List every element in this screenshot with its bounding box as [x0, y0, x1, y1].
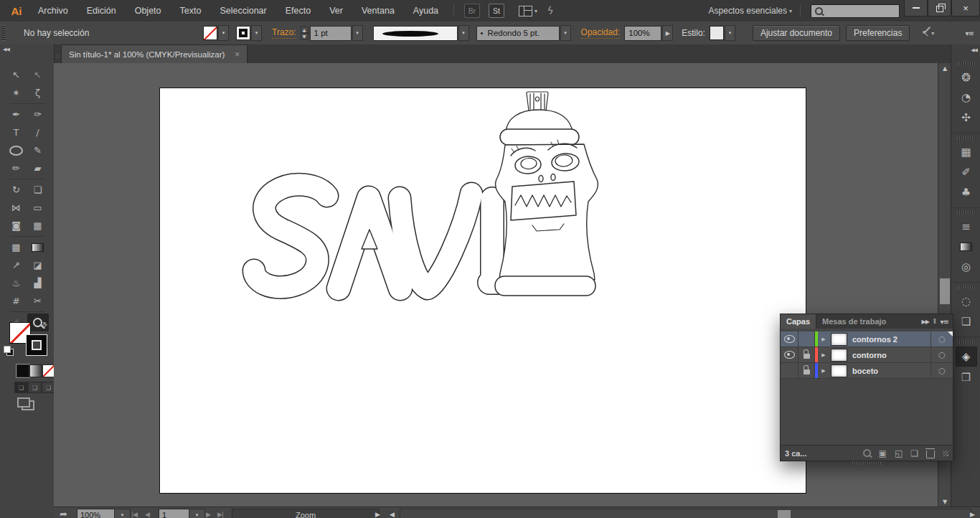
clipping-mask-icon[interactable]: ▣	[879, 448, 887, 458]
last-artboard-icon[interactable]: ▶|	[217, 509, 223, 518]
free-transform-tool[interactable]: ▭	[27, 199, 49, 217]
menu-ver[interactable]: Ver	[320, 0, 352, 22]
menu-efecto[interactable]: Efecto	[276, 0, 320, 22]
search-box[interactable]	[811, 4, 900, 18]
draw-normal-button[interactable]: ❏	[14, 382, 28, 393]
menu-texto[interactable]: Texto	[171, 0, 211, 22]
menu-seleccionar[interactable]: Seleccionar	[210, 0, 275, 22]
zoom-level-field[interactable]: 100%	[77, 509, 120, 518]
opacity-value[interactable]: 100%	[624, 26, 661, 41]
panel-menu-icon[interactable]: ▾≡	[941, 318, 948, 326]
app-logo[interactable]: Ai	[4, 5, 29, 17]
transparency-panel-icon[interactable]: ◎	[956, 258, 976, 276]
locate-object-icon[interactable]	[863, 449, 871, 457]
tab-capas[interactable]: Capas	[781, 314, 816, 329]
artboards-panel-icon[interactable]: ❒	[956, 368, 976, 387]
lock-toggle[interactable]	[798, 363, 815, 378]
stroke-dropdown-icon[interactable]: ▾	[251, 25, 262, 41]
layer-thumbnail[interactable]	[831, 364, 847, 377]
chevron-down-icon[interactable]: ▾	[534, 8, 537, 14]
export-icon[interactable]: ➦	[60, 509, 67, 518]
rotate-tool[interactable]: ↻	[6, 181, 27, 199]
layer-row-contornos-2[interactable]: ▶contornos 2○	[781, 331, 953, 347]
horizontal-scrollbar[interactable]	[400, 509, 971, 518]
selection-tool[interactable]: ↖	[6, 66, 27, 84]
fit-document-button[interactable]: Ajustar documento	[753, 25, 840, 41]
stepper-down-icon[interactable]: ▼	[301, 33, 308, 39]
swatches-panel-icon[interactable]: ▦	[956, 143, 976, 161]
layers-panel-icon[interactable]: ◈	[956, 347, 977, 367]
draw-behind-button[interactable]: ❏	[28, 382, 42, 393]
status-expand-icon[interactable]: ▶	[375, 509, 380, 518]
vertical-scroll-thumb[interactable]	[940, 278, 950, 304]
paintbrush-tool[interactable]: ✎	[27, 141, 49, 159]
zoom-dropdown-icon[interactable]: ▾	[114, 509, 131, 518]
visibility-toggle[interactable]	[781, 347, 798, 362]
next-artboard-icon[interactable]: ▶	[206, 509, 210, 518]
tab-close-icon[interactable]: ×	[235, 50, 240, 60]
artboard-dropdown-icon[interactable]: ▾	[189, 509, 205, 518]
magic-wand-tool[interactable]: ✶	[6, 84, 27, 102]
menu-objeto[interactable]: Objeto	[126, 0, 171, 22]
horizontal-scroll-thumb[interactable]	[778, 510, 791, 518]
current-tool-field[interactable]: Zoom	[232, 509, 380, 518]
panel-grip[interactable]	[1, 25, 5, 41]
dock-group-grip[interactable]	[957, 211, 976, 215]
layer-name[interactable]: contornos 2	[849, 331, 930, 347]
arrange-documents-icon[interactable]	[519, 6, 532, 17]
menu-ventana[interactable]: Ventana	[352, 0, 404, 22]
screen-mode-button[interactable]	[22, 400, 34, 410]
graphic-styles-panel-icon[interactable]: ❏	[956, 312, 976, 331]
delete-layer-icon[interactable]	[926, 448, 935, 458]
stroke-color-swatch[interactable]	[236, 26, 250, 40]
color-mode-button[interactable]	[17, 364, 29, 377]
scroll-up-icon[interactable]: ▲	[938, 63, 951, 73]
color-panel-icon[interactable]: ❂	[956, 68, 976, 87]
stepper-up-icon[interactable]: ▲	[301, 27, 308, 33]
scroll-down-icon[interactable]: ▼	[938, 496, 951, 507]
prev-artboard-icon[interactable]: ◀	[145, 509, 149, 518]
brush-definition-field[interactable]: • Redondo 5 pt.	[476, 26, 560, 41]
select-similar-dropdown-icon[interactable]: ▾	[931, 30, 934, 37]
panel-bottom-grip[interactable]	[852, 461, 881, 465]
type-tool[interactable]: T	[6, 123, 27, 141]
bridge-button[interactable]: Br	[464, 4, 480, 18]
select-similar-icon[interactable]: ↖	[921, 28, 929, 39]
blend-tool[interactable]: ◪	[27, 256, 49, 274]
layer-row-contorno[interactable]: ▶contorno○	[781, 347, 953, 363]
eraser-tool[interactable]: ▰	[27, 159, 49, 177]
workspace-switcher[interactable]: Aspectos esenciales ▾	[709, 6, 794, 16]
artboard-tool[interactable]: #	[6, 292, 27, 310]
brush-definition-dropdown-icon[interactable]: ▾	[560, 25, 571, 41]
panel-resize-grip[interactable]	[943, 451, 948, 456]
brushes-panel-icon[interactable]: ✐	[956, 163, 976, 182]
pencil-tool[interactable]: ✏	[6, 159, 27, 177]
style-swatch[interactable]	[710, 26, 724, 40]
width-tool[interactable]: ⋈	[6, 199, 27, 217]
dock-group-grip[interactable]	[957, 286, 976, 289]
target-icon[interactable]: ○	[930, 363, 953, 378]
stroke-panel-icon[interactable]: ≡	[956, 217, 976, 236]
new-layer-icon[interactable]: ❏	[910, 448, 918, 458]
opacity-label[interactable]: Opacidad:	[581, 27, 621, 39]
search-input[interactable]	[826, 6, 899, 16]
stroke-weight-label[interactable]: Trazo:	[272, 27, 296, 39]
dock-group-grip[interactable]	[957, 340, 976, 344]
expand-layer-icon[interactable]: ▶	[818, 347, 829, 362]
minimize-button[interactable]	[904, 0, 928, 17]
default-fill-stroke-icon[interactable]	[6, 349, 14, 356]
pen-add-anchor-tool[interactable]: ✑	[27, 105, 49, 123]
direct-selection-tool[interactable]: ↖	[27, 66, 49, 84]
gradient-panel-icon[interactable]	[956, 237, 976, 256]
scale-tool[interactable]: ❏	[27, 181, 49, 199]
layer-thumbnail[interactable]	[831, 333, 847, 346]
dock-group-grip[interactable]	[957, 136, 976, 140]
stroke-weight-stepper[interactable]: ▲ ▼	[301, 27, 308, 39]
new-sublayer-icon[interactable]: ◱	[895, 448, 903, 458]
pen-tool[interactable]: ✒	[6, 105, 27, 123]
brush-preview[interactable]	[373, 26, 458, 41]
lasso-tool[interactable]: ζ	[27, 84, 49, 102]
dock-group-grip[interactable]	[957, 62, 976, 65]
document-tab[interactable]: Sin título-1* al 100% (CMYK/Previsualiza…	[61, 44, 248, 63]
panel-menu-icon[interactable]: ▾≡	[966, 29, 974, 37]
